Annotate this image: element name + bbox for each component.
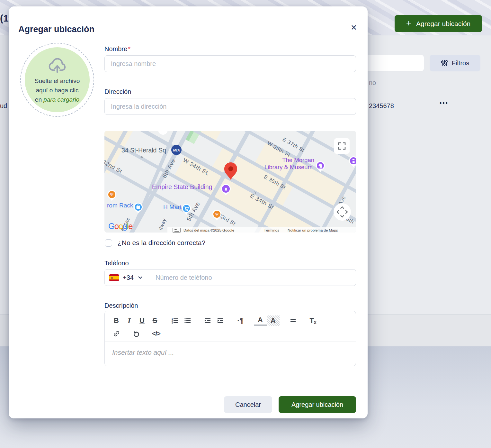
strikethrough-icon[interactable]: S <box>148 315 161 326</box>
phone-field: +34 <box>104 269 356 286</box>
cancel-button[interactable]: Cancelar <box>224 396 272 413</box>
address-input[interactable] <box>104 98 356 115</box>
table-row-city-fragment: ud <box>0 102 7 110</box>
upload-cloud-icon <box>47 57 67 74</box>
row-actions-menu-button[interactable]: ••• <box>440 100 449 106</box>
mta-subway-icon: MTA <box>171 145 182 155</box>
address-correct-checkbox[interactable] <box>105 239 112 247</box>
description-editor: B I U S 123 <box>104 311 356 366</box>
indent-icon[interactable] <box>214 315 227 326</box>
bullet-list-icon[interactable] <box>181 315 194 326</box>
svg-text:Ψ: Ψ <box>215 212 219 217</box>
hmart-label: H Mart <box>163 204 182 210</box>
modal-footer: Cancelar Agregar ubicación <box>9 396 368 413</box>
google-logo: Google <box>108 221 133 231</box>
ordered-list-icon[interactable]: 123 <box>168 315 181 326</box>
plus-icon: + <box>406 19 411 28</box>
phone-input[interactable] <box>147 270 356 286</box>
pan-control[interactable] <box>334 203 351 221</box>
italic-icon[interactable]: I <box>123 315 136 326</box>
fullscreen-button[interactable] <box>334 138 350 154</box>
phone-label: Teléfono <box>104 260 129 267</box>
undo-icon[interactable] <box>130 328 143 339</box>
align-icon[interactable] <box>287 315 299 326</box>
name-label: Nombre* <box>104 45 130 53</box>
modal-title: Agregar ubicación <box>18 24 94 34</box>
address-label: Dirección <box>104 88 131 96</box>
dial-code: +34 <box>123 274 134 281</box>
morgan-label-2: Library & Museum <box>264 164 313 170</box>
terms-link[interactable]: Términos <box>264 228 279 232</box>
nordstrom-rack-label: rom Rack <box>107 202 133 209</box>
underline-icon[interactable]: U <box>136 315 148 326</box>
add-location-modal: Agregar ubicación ✕ Suelte el archivo aq… <box>9 6 368 418</box>
map-data-attribution: Datos del mapa ©2025 Google <box>183 228 234 232</box>
table-column-header: no <box>369 79 376 87</box>
dropzone-circle: Suelte el archivo aquí o haga clic en pa… <box>25 47 90 112</box>
table-row-phone: 2345678 <box>369 102 394 110</box>
google-map: W 35th St E 37th St W 34th St. E 35th St… <box>104 131 356 233</box>
address-correct-label: ¿No es la dirección correcta? <box>118 239 205 247</box>
description-input[interactable]: Insertar texto aquí ... <box>105 342 356 363</box>
bold-icon[interactable]: B <box>110 315 123 326</box>
filters-button[interactable]: Filtros <box>430 55 480 71</box>
empire-state-label: Empire State Building <box>152 183 212 190</box>
link-icon[interactable] <box>110 328 123 339</box>
code-icon[interactable]: </> <box>150 328 163 339</box>
outdent-icon[interactable] <box>201 315 214 326</box>
svg-text:MTA: MTA <box>173 149 180 152</box>
dropzone-text: Suelte el archivo aquí o haga clic en pa… <box>35 76 80 104</box>
herald-square-label: 34 St-Herald Sq <box>121 147 166 154</box>
svg-text:♜: ♜ <box>224 187 228 192</box>
spain-flag-icon <box>109 274 119 281</box>
chevron-down-icon <box>138 275 142 279</box>
address-correct-row: ¿No es la dirección correcta? <box>105 239 205 247</box>
svg-text:Ψ: Ψ <box>110 193 113 197</box>
filters-label: Filtros <box>452 59 469 67</box>
morgan-label-1: The Morgan <box>282 157 314 163</box>
page-title-fragment: (1 <box>0 13 9 24</box>
close-icon[interactable]: ✕ <box>347 21 361 35</box>
map-preview[interactable]: W 35th St E 37th St W 34th St. E 35th St… <box>104 131 356 233</box>
svg-text:3: 3 <box>172 322 173 324</box>
submit-add-location-button[interactable]: Agregar ubicación <box>279 396 356 413</box>
name-input[interactable] <box>104 55 356 72</box>
description-label: Descripción <box>104 302 138 309</box>
upload-link[interactable]: para cargarlo <box>43 96 79 103</box>
country-code-selector[interactable]: +34 <box>105 270 147 286</box>
image-dropzone[interactable]: Suelte el archivo aquí o haga clic en pa… <box>20 43 94 117</box>
editor-toolbar: B I U S 123 <box>105 311 356 342</box>
sliders-icon <box>441 59 448 67</box>
report-problem-link[interactable]: Notificar un problema de Maps <box>288 228 338 232</box>
required-asterisk: * <box>128 45 130 52</box>
highlight-color-icon[interactable]: A <box>267 315 280 326</box>
paragraph-icon[interactable]: ‣¶ <box>234 315 247 326</box>
text-color-icon[interactable]: A <box>254 315 267 326</box>
add-location-label: Agregar ubicación <box>416 20 470 28</box>
clear-format-icon[interactable]: Tx <box>307 315 319 326</box>
add-location-button[interactable]: + Agregar ubicación <box>395 15 482 32</box>
